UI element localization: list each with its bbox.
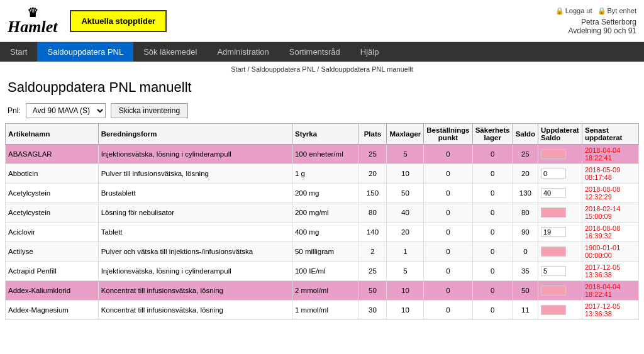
pnl-select[interactable]: Avd 90 MAVA (S) [26,103,106,118]
col-header-uppdaterat: UppdateratSaldo [538,124,582,145]
inventory-table-wrap: Artikelnamn Beredningsform Styrka Plats … [0,123,644,320]
saldo-cell: 20 [513,164,538,184]
table-row: Abboticin Pulver till infusionsvätska, l… [6,164,639,184]
max-cell: 5 [387,262,424,281]
table-row: Acetylcystein Brustablett 200 mg 150 50 … [6,184,639,203]
saldo-input[interactable] [541,266,566,276]
bered-cell: Brustablett [98,184,292,203]
header: ♛ Hamlet Aktuella stopptider 🔒 Logga ut … [0,0,644,42]
plats-cell: 20 [358,164,387,184]
bered-cell: Koncentrat till infusionsvätska, lösning [98,301,292,320]
saldo-input[interactable] [541,285,566,296]
saldo-cell: 90 [513,223,538,242]
saldo-input[interactable] [541,246,566,257]
sak-cell: 0 [472,223,513,242]
uppdaterat-cell[interactable] [538,242,582,262]
best-cell: 0 [424,223,472,242]
nav-hjalp[interactable]: Hjälp [350,42,389,62]
breadcrumb: Start / Saldouppdatera PNL / Saldouppdat… [0,62,644,77]
artikel-cell: Addex-Magnesium [6,301,99,320]
uppdaterat-cell[interactable] [538,203,582,223]
byt-enhet-link[interactable]: 🔒 Byt enhet [597,7,636,15]
saldo-input[interactable] [541,227,566,237]
nav-sok[interactable]: Sök läkemedel [133,42,207,62]
nav-sortimentsrad[interactable]: Sortimentsråd [279,42,350,62]
uppdaterat-cell[interactable] [538,184,582,203]
uppdaterat-cell[interactable] [538,301,582,320]
logo: ♛ Hamlet [8,5,57,36]
saldo-input[interactable] [541,169,566,179]
aktuella-stopptider-button[interactable]: Aktuella stopptider [70,10,167,32]
senast-cell: 2018-08-0812:32:29 [582,184,639,203]
saldo-cell: 80 [513,203,538,223]
date-value: 1900-01-0100:00:00 [585,244,620,259]
bered-cell: Lösning för nebulisator [98,203,292,223]
best-cell: 0 [424,203,472,223]
lock2-icon: 🔒 [597,7,606,15]
header-links: 🔒 Logga ut 🔒 Byt enhet [555,7,636,15]
col-header-senast: Senastuppdaterat [582,124,639,145]
plats-cell: 80 [358,203,387,223]
sak-cell: 0 [472,145,513,164]
header-right: 🔒 Logga ut 🔒 Byt enhet Petra Setterborg … [555,7,636,35]
styrka-cell: 100 IE/ml [292,262,358,281]
uppdaterat-cell[interactable] [538,262,582,281]
inventory-table: Artikelnamn Beredningsform Styrka Plats … [5,123,639,320]
col-header-bered: Beredningsform [98,124,292,145]
max-cell: 1 [387,242,424,262]
max-cell: 20 [387,223,424,242]
sak-cell: 0 [472,164,513,184]
nav-start[interactable]: Start [0,42,37,62]
styrka-cell: 1 g [292,164,358,184]
best-cell: 0 [424,262,472,281]
plats-cell: 2 [358,242,387,262]
saldo-input[interactable] [541,188,566,198]
styrka-cell: 100 enheter/ml [292,145,358,164]
nav-saldouppdatera[interactable]: Saldouppdatera PNL [37,42,133,62]
col-header-styrka: Styrka [292,124,358,145]
logout-link[interactable]: 🔒 Logga ut [555,7,592,15]
saldo-cell: 0 [513,242,538,262]
senast-cell: 2018-04-0418:22:41 [582,281,639,301]
bered-cell: Injektionsvätska, lösning i cylinderampu… [98,145,292,164]
artikel-cell: Abboticin [6,164,99,184]
table-row: Acetylcystein Lösning för nebulisator 20… [6,203,639,223]
uppdaterat-cell[interactable] [538,145,582,164]
table-row: Aciclovir Tablett 400 mg 140 20 0 0 90 2… [6,223,639,242]
main-nav: Start Saldouppdatera PNL Sök läkemedel A… [0,42,644,62]
uppdaterat-cell[interactable] [538,281,582,301]
table-row: Actilyse Pulver och vätska till injektio… [6,242,639,262]
saldo-input[interactable] [541,149,566,159]
sak-cell: 0 [472,301,513,320]
date-value: 2018-04-0418:22:41 [585,147,620,162]
best-cell: 0 [424,145,472,164]
date-value: 2017-12-0513:36:38 [585,302,620,318]
table-header-row: Artikelnamn Beredningsform Styrka Plats … [6,124,639,145]
date-value: 2018-08-0816:39:32 [585,224,620,240]
table-row: Addex-Magnesium Koncentrat till infusion… [6,301,639,320]
plats-cell: 30 [358,301,387,320]
styrka-cell: 400 mg [292,223,358,242]
nav-administration[interactable]: Administration [207,42,279,62]
uppdaterat-cell[interactable] [538,223,582,242]
plats-cell: 25 [358,145,387,164]
col-header-saldo: Saldo [513,124,538,145]
col-header-sak: Säkerhetslager [472,124,513,145]
uppdaterat-cell[interactable] [538,164,582,184]
artikel-cell: Acetylcystein [6,184,99,203]
saldo-input[interactable] [541,305,566,315]
saldo-cell: 35 [513,262,538,281]
plats-cell: 150 [358,184,387,203]
bered-cell: Tablett [98,223,292,242]
saldo-cell: 25 [513,145,538,164]
artikel-cell: ABASAGLAR [6,145,99,164]
skicka-inventering-button[interactable]: Skicka inventering [111,103,188,118]
max-cell: 40 [387,203,424,223]
controls: Pnl: Avd 90 MAVA (S) Skicka inventering [0,101,644,123]
plats-cell: 25 [358,262,387,281]
table-body: ABASAGLAR Injektionsvätska, lösning i cy… [6,145,639,320]
artikel-cell: Addex-Kaliumklorid [6,281,99,301]
styrka-cell: 50 milligram [292,242,358,262]
saldo-input[interactable] [541,207,566,218]
sak-cell: 0 [472,184,513,203]
